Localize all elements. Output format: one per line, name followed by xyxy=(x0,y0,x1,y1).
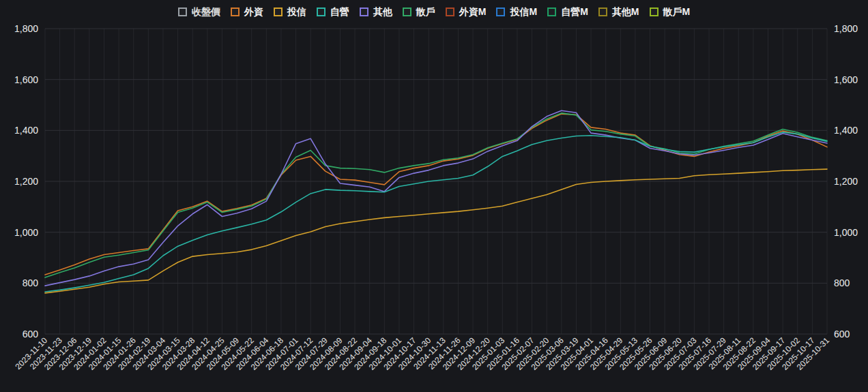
legend-label-foreign-m: 外資M xyxy=(459,7,487,16)
y-tick-label-left: 1,800 xyxy=(14,23,38,34)
legend-label-dealer: 自營 xyxy=(330,7,349,16)
legend-swatch-trust xyxy=(274,7,283,16)
series-line-retail xyxy=(45,113,827,277)
legend-swatch-retail xyxy=(403,7,411,16)
legend-label-retail: 散戶 xyxy=(416,7,435,16)
legend-item-retail[interactable]: 散戶 xyxy=(403,7,435,16)
y-tick-label-left: 800 xyxy=(23,277,39,288)
y-tick-label-right: 1,400 xyxy=(834,125,858,136)
y-tick-label-left: 1,400 xyxy=(14,125,38,136)
legend-swatch-trust-m xyxy=(496,7,505,16)
gridlines xyxy=(45,29,827,334)
y-tick-label-left: 1,600 xyxy=(14,74,38,85)
chart-canvas[interactable]: 6006008008001,0001,0001,2001,2001,4001,4… xyxy=(0,0,868,392)
legend-label-dealer-m: 自營M xyxy=(561,7,588,16)
legend-swatch-close xyxy=(178,7,187,16)
legend-item-close[interactable]: 收盤價 xyxy=(178,7,220,16)
legend-label-close: 收盤價 xyxy=(192,7,220,16)
legend-item-foreign[interactable]: 外資 xyxy=(231,7,263,16)
legend-swatch-foreign-m xyxy=(446,7,454,16)
y-tick-label-left: 1,200 xyxy=(14,176,38,187)
y-tick-label-right: 1,200 xyxy=(834,176,858,187)
y-tick-label-right: 600 xyxy=(834,329,850,340)
x-axis-labels: 2023-11-102023-11-232023-12-062023-12-19… xyxy=(13,335,831,372)
legend-label-other: 其他 xyxy=(373,7,392,16)
legend-item-trust-m[interactable]: 投信M xyxy=(496,7,537,16)
legend-swatch-dealer-m xyxy=(547,7,556,16)
legend-item-trust[interactable]: 投信 xyxy=(274,7,306,16)
legend-swatch-other-m xyxy=(598,7,607,16)
series-lines xyxy=(45,110,827,293)
y-tick-label-right: 800 xyxy=(834,277,850,288)
legend-item-dealer[interactable]: 自營 xyxy=(317,7,349,16)
legend-label-foreign: 外資 xyxy=(244,7,263,16)
series-line-dealer xyxy=(45,132,827,292)
legend-item-foreign-m[interactable]: 外資M xyxy=(446,7,487,16)
y-tick-label-left: 1,000 xyxy=(14,227,38,238)
legend-label-trust-m: 投信M xyxy=(510,7,537,16)
legend: 收盤價外資投信自營其他散戶外資M投信M自營M其他M散戶M xyxy=(0,7,868,16)
y-tick-label-right: 1,800 xyxy=(834,23,858,34)
legend-swatch-dealer xyxy=(317,7,326,16)
chart-page: { "page": { "background": "#17181c", "gr… xyxy=(0,0,868,392)
legend-swatch-other xyxy=(360,7,368,16)
legend-swatch-retail-m xyxy=(650,7,659,16)
legend-item-retail-m[interactable]: 散戶M xyxy=(650,7,691,16)
legend-label-other-m: 其他M xyxy=(612,7,639,16)
legend-label-trust: 投信 xyxy=(287,7,306,16)
series-line-other xyxy=(45,110,827,286)
y-tick-label-right: 1,000 xyxy=(834,227,858,238)
legend-item-other[interactable]: 其他 xyxy=(360,7,392,16)
series-line-foreign xyxy=(45,114,827,275)
legend-item-dealer-m[interactable]: 自營M xyxy=(547,7,588,16)
y-tick-label-left: 600 xyxy=(23,329,39,340)
legend-label-retail-m: 散戶M xyxy=(663,7,691,16)
legend-swatch-foreign xyxy=(231,7,240,16)
legend-item-other-m[interactable]: 其他M xyxy=(598,7,639,16)
y-tick-label-right: 1,600 xyxy=(834,74,858,85)
